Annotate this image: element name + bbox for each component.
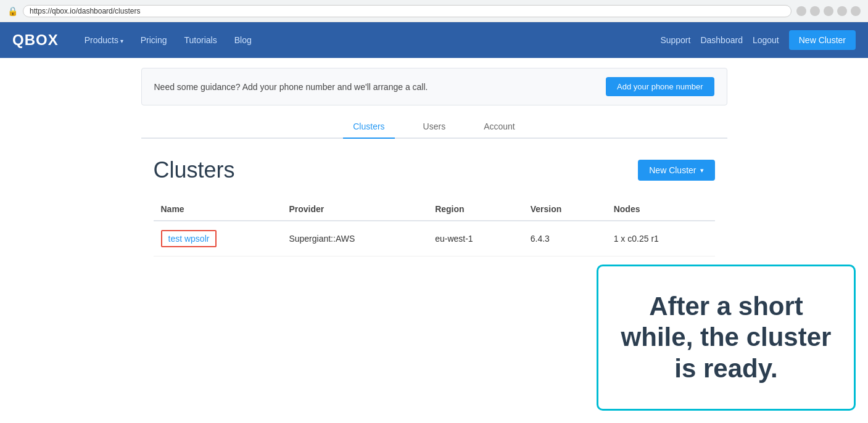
table-body: test wpsolr Supergiant::AWS eu-west-1 6.… [154, 221, 715, 257]
browser-icon-5 [851, 6, 861, 16]
nav-right: Support Dashboard Logout New Cluster [660, 30, 856, 50]
tabs-container: Clusters Users Account [141, 115, 727, 139]
nav-pricing[interactable]: Pricing [133, 31, 175, 49]
browser-icon-1 [796, 6, 806, 16]
nav-products[interactable]: Products [77, 31, 131, 49]
add-phone-button[interactable]: Add your phone number [606, 77, 714, 96]
guidance-bar: Need some guidance? Add your phone numbe… [141, 68, 727, 105]
callout-box: After a short while, the cluster is read… [597, 265, 856, 275]
main-content: Clusters New Cluster Name Provider Regio… [141, 157, 727, 257]
navbar: QBOX Products Pricing Tutorials Blog Sup… [0, 22, 868, 58]
table-header-row: Name Provider Region Version Nodes [154, 198, 715, 221]
cell-version: 6.4.3 [523, 221, 606, 257]
browser-icons [796, 6, 861, 16]
logo[interactable]: QBOX [12, 31, 59, 49]
nav-support[interactable]: Support [660, 35, 690, 45]
new-cluster-button[interactable]: New Cluster [638, 160, 714, 181]
page-title: Clusters [154, 157, 235, 183]
lock-icon: 🔒 [7, 6, 18, 16]
browser-url[interactable]: https://qbox.io/dashboard/clusters [23, 5, 792, 17]
col-nodes: Nodes [606, 198, 715, 221]
col-region: Region [428, 198, 523, 221]
guidance-text: Need some guidance? Add your phone numbe… [154, 82, 428, 92]
nav-links: Products Pricing Tutorials Blog [77, 31, 661, 49]
col-name: Name [154, 198, 282, 221]
nav-logout[interactable]: Logout [753, 35, 779, 45]
tab-users[interactable]: Users [413, 115, 456, 139]
cell-name: test wpsolr [154, 221, 282, 257]
browser-icon-3 [824, 6, 833, 16]
cluster-name-link[interactable]: test wpsolr [161, 230, 217, 247]
nav-dashboard[interactable]: Dashboard [700, 35, 743, 45]
col-version: Version [523, 198, 606, 221]
browser-icon-4 [837, 6, 847, 16]
col-provider: Provider [281, 198, 428, 221]
cell-region: eu-west-1 [428, 221, 523, 257]
tab-account[interactable]: Account [474, 115, 525, 139]
tab-clusters[interactable]: Clusters [343, 115, 394, 139]
table-row: test wpsolr Supergiant::AWS eu-west-1 6.… [154, 221, 715, 257]
nav-tutorials[interactable]: Tutorials [177, 31, 225, 49]
table-head: Name Provider Region Version Nodes [154, 198, 715, 221]
cell-provider: Supergiant::AWS [281, 221, 428, 257]
cell-nodes: 1 x c0.25 r1 [606, 221, 715, 257]
browser-bar: 🔒 https://qbox.io/dashboard/clusters [0, 0, 868, 22]
browser-icon-2 [810, 6, 820, 16]
clusters-table: Name Provider Region Version Nodes test … [154, 198, 715, 257]
page-header: Clusters New Cluster [154, 157, 715, 183]
nav-new-cluster-button[interactable]: New Cluster [789, 30, 856, 50]
nav-blog[interactable]: Blog [227, 31, 259, 49]
